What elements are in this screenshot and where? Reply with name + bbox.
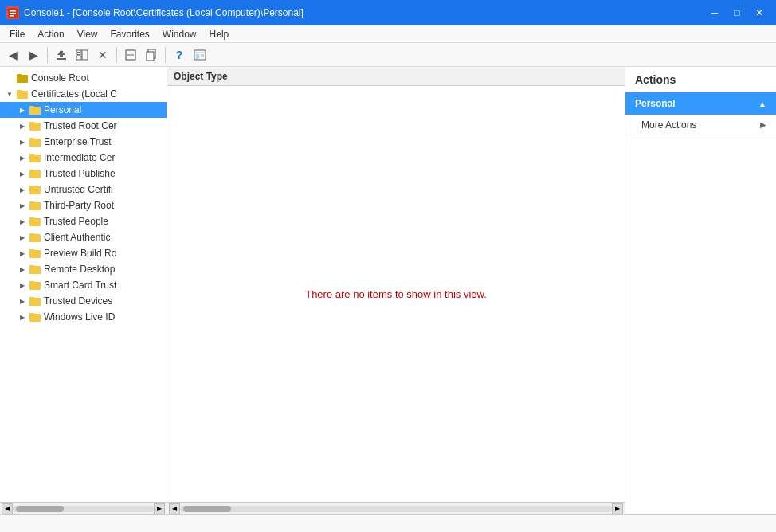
tree-node-personal[interactable]: ▶ Personal	[0, 102, 167, 118]
folder-icon-intermediate	[29, 151, 41, 164]
tree-content: Console Root ▼ Certificates (Local C ▶	[0, 67, 167, 502]
tree-node-client-auth[interactable]: ▶ Client Authentic	[0, 229, 167, 245]
svg-rect-13	[127, 54, 134, 55]
tree-node-untrusted[interactable]: ▶ Untrusted Certifi	[0, 182, 167, 198]
tree-node-preview-build[interactable]: ▶ Preview Build Ro	[0, 245, 167, 261]
menu-window[interactable]: Window	[156, 27, 203, 41]
menu-file[interactable]: File	[3, 27, 31, 41]
tree-label-intermediate: Intermediate Cer	[44, 152, 115, 163]
forward-button[interactable]: ▶	[24, 45, 43, 65]
tree-label-third-party: Third-Party Root	[44, 200, 114, 211]
show-hide-console-tree-button[interactable]	[73, 45, 92, 65]
svg-rect-34	[29, 170, 34, 172]
svg-rect-9	[77, 52, 80, 53]
expand-icon-trusted-devices: ▶	[16, 295, 29, 307]
folder-icon-root	[16, 72, 29, 84]
tree-node-third-party[interactable]: ▶ Third-Party Root	[0, 198, 167, 213]
minimize-button[interactable]: ─	[704, 5, 725, 21]
menu-view[interactable]: View	[71, 27, 104, 41]
tree-node-certificates[interactable]: ▼ Certificates (Local C	[0, 86, 167, 102]
expand-icon-remote: ▶	[16, 263, 29, 276]
menu-favorites[interactable]: Favorites	[104, 27, 156, 41]
svg-rect-22	[17, 74, 22, 76]
tree-node-enterprise-trust[interactable]: ▶ Enterprise Trust	[0, 134, 167, 150]
svg-rect-38	[29, 201, 34, 204]
svg-rect-20	[201, 54, 204, 57]
tree-panel: Console Root ▼ Certificates (Local C ▶	[0, 67, 167, 514]
more-actions-label: More Actions	[641, 119, 696, 131]
tree-node-windows-live[interactable]: ▶ Windows Live ID	[0, 309, 167, 325]
scroll-left-arrow[interactable]: ◀	[2, 503, 13, 514]
center-scroll-right[interactable]: ▶	[612, 503, 623, 514]
expand-icon-trusted-people: ▶	[16, 215, 29, 228]
tree-label-trusted-devices: Trusted Devices	[44, 295, 112, 307]
tree-node-smart-card[interactable]: ▶ Smart Card Trust	[0, 277, 167, 293]
svg-rect-40	[29, 217, 34, 220]
svg-rect-30	[29, 138, 34, 140]
tree-node-trusted-publisher[interactable]: ▶ Trusted Publishe	[0, 166, 167, 182]
close-button[interactable]: ✕	[749, 5, 770, 21]
svg-rect-48	[29, 281, 34, 284]
status-bar	[0, 514, 776, 532]
center-content-area: There are no items to show in this view.	[167, 86, 625, 502]
svg-rect-42	[29, 233, 34, 236]
actions-section-label: Personal	[635, 98, 676, 109]
window-controls: ─ □ ✕	[704, 5, 770, 21]
expand-icon-third-party: ▶	[16, 199, 29, 212]
center-scroll-left[interactable]: ◀	[169, 503, 180, 514]
svg-rect-8	[82, 50, 88, 60]
tree-horizontal-scrollbar[interactable]: ◀ ▶	[0, 502, 167, 514]
more-actions-item[interactable]: More Actions ▶	[625, 115, 776, 135]
center-horizontal-scrollbar[interactable]: ◀ ▶	[167, 502, 625, 514]
copy-button[interactable]	[142, 45, 161, 65]
properties-button[interactable]	[121, 45, 140, 65]
folder-icon-personal	[29, 104, 41, 116]
menu-action[interactable]: Action	[31, 27, 70, 41]
tree-node-intermediate[interactable]: ▶ Intermediate Cer	[0, 150, 167, 166]
menu-help[interactable]: Help	[203, 27, 236, 41]
up-button[interactable]	[52, 45, 71, 65]
expand-icon-trusted-pub: ▶	[16, 167, 29, 180]
tree-node-trusted-devices[interactable]: ▶ Trusted Devices	[0, 293, 167, 309]
tree-label-client-auth: Client Authentic	[44, 232, 110, 243]
svg-rect-52	[29, 313, 34, 315]
svg-rect-18	[195, 52, 205, 53]
toolbar-sep-3	[165, 47, 166, 63]
main-area: Console Root ▼ Certificates (Local C ▶	[0, 67, 776, 514]
svg-rect-50	[29, 297, 34, 299]
tree-node-trusted-root[interactable]: ▶ Trusted Root Cer	[0, 118, 167, 134]
svg-rect-1	[10, 10, 16, 12]
center-scroll-track[interactable]	[180, 506, 612, 512]
empty-message: There are no items to show in this view.	[305, 288, 487, 300]
center-scroll-thumb[interactable]	[183, 506, 231, 512]
tree-label-console-root: Console Root	[31, 72, 89, 84]
toolbar: ◀ ▶ ✕ ?	[0, 43, 776, 67]
maximize-button[interactable]: □	[727, 5, 747, 21]
cancel-tasks-button[interactable]: ✕	[93, 45, 112, 65]
scroll-thumb[interactable]	[16, 506, 64, 512]
folder-icon-trusted-devices	[29, 295, 41, 307]
msc-button[interactable]	[190, 45, 210, 65]
menu-bar: File Action View Favorites Window Help	[0, 25, 776, 43]
tree-node-remote-desktop[interactable]: ▶ Remote Desktop	[0, 261, 167, 277]
folder-icon-trusted-pub	[29, 167, 41, 180]
back-button[interactable]: ◀	[3, 45, 22, 65]
scroll-right-arrow[interactable]: ▶	[154, 503, 165, 514]
tree-node-console-root[interactable]: Console Root	[0, 70, 167, 86]
tree-node-trusted-people[interactable]: ▶ Trusted People	[0, 213, 167, 229]
svg-rect-12	[127, 53, 134, 53]
folder-icon-untrusted	[29, 183, 41, 196]
more-actions-arrow-icon: ▶	[760, 120, 766, 129]
expand-icon-windows-live: ▶	[16, 311, 29, 323]
actions-section-personal[interactable]: Personal ▲	[625, 92, 776, 115]
help-button[interactable]: ?	[170, 45, 189, 65]
tree-label-trusted-root: Trusted Root Cer	[44, 120, 117, 131]
expand-icon-personal: ▶	[16, 104, 29, 116]
tree-label-preview: Preview Build Ro	[44, 248, 116, 259]
expand-icon-preview: ▶	[16, 247, 29, 260]
expand-icon-enterprise: ▶	[16, 135, 29, 148]
scroll-track[interactable]	[13, 506, 154, 512]
folder-icon-trusted-people	[29, 215, 41, 228]
svg-rect-26	[29, 106, 34, 108]
actions-panel: Actions Personal ▲ More Actions ▶	[625, 67, 776, 514]
